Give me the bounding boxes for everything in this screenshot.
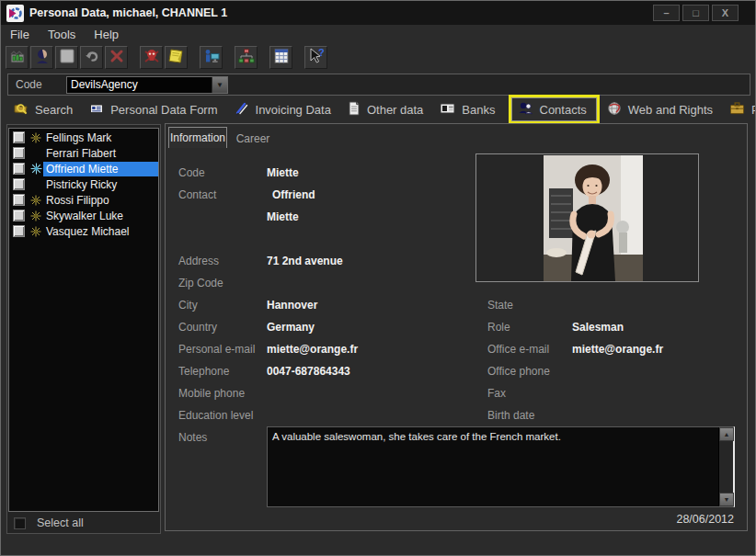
contact-name[interactable]: Fellings Mark — [43, 130, 158, 145]
window-title: Personal Data, michael, CHANNEL 1 — [29, 6, 653, 19]
row-checkbox[interactable] — [13, 194, 25, 206]
row-checkbox[interactable] — [13, 225, 25, 237]
help-pointer-icon: ? — [307, 47, 326, 68]
contact-list: Fellings Mark Ferrari Flabert Offriend M… — [8, 128, 159, 512]
telephone-label: Telephone — [178, 365, 229, 378]
list-item-selected[interactable]: Offriend Miette — [9, 161, 158, 176]
tab-career[interactable]: Career — [229, 130, 277, 148]
personal-email-label: Personal e-mail — [178, 343, 255, 356]
user-workstation-button[interactable] — [200, 46, 223, 69]
contact-name[interactable]: Offriend Miette — [43, 162, 158, 176]
undo-button[interactable] — [80, 46, 103, 69]
tab-invoicing-data[interactable]: Invoicing Data — [229, 97, 342, 122]
statistics-button[interactable] — [6, 46, 29, 69]
country-label: Country — [178, 321, 217, 334]
notes-label: Notes — [178, 431, 207, 444]
contact-name[interactable]: Skywalker Luke — [43, 209, 158, 223]
select-all-row[interactable]: Select all — [14, 516, 84, 529]
office-phone-label: Office phone — [487, 365, 550, 378]
list-item[interactable]: Fellings Mark — [9, 130, 158, 145]
notes-button[interactable] — [165, 46, 188, 69]
contact-sparkle-icon — [29, 132, 43, 143]
contact-name[interactable]: Rossi Filippo — [43, 193, 158, 208]
undo-icon — [83, 47, 101, 68]
people-icon — [518, 101, 533, 118]
tab-search[interactable]: Search — [8, 97, 84, 122]
tab-label: Banks — [462, 103, 495, 117]
telephone-value: 0047-687864343 — [267, 365, 350, 378]
row-checkbox[interactable] — [13, 178, 25, 190]
tab-web-and-rights[interactable]: Web and Rights — [601, 97, 724, 122]
menu-file[interactable]: File — [10, 28, 29, 41]
main-tab-strip: Search Personal Data Form Invoicing Data… — [8, 96, 750, 122]
context-help-button[interactable]: ? — [304, 46, 327, 69]
discard-button[interactable] — [140, 46, 163, 69]
pen-icon — [235, 101, 249, 119]
scroll-up-icon[interactable]: ▲ — [719, 427, 734, 441]
delete-button[interactable] — [105, 46, 128, 69]
fax-label: Fax — [487, 387, 506, 400]
blank-square-icon — [58, 47, 76, 68]
code-label: Code — [16, 78, 66, 91]
list-item[interactable]: Pistricky Ricky — [9, 176, 158, 192]
org-chart-icon — [237, 47, 256, 68]
tab-banks[interactable]: Banks — [434, 98, 506, 121]
chevron-down-icon[interactable]: ▼ — [212, 77, 227, 93]
select-all-checkbox[interactable] — [14, 517, 26, 529]
tab-proposal[interactable]: Proposal — [724, 97, 756, 121]
blank-button[interactable] — [55, 46, 78, 69]
contact-last-name: Offriend — [272, 188, 315, 201]
code-field-value: Miette — [267, 166, 299, 179]
tab-information[interactable]: Information — [168, 127, 227, 148]
notes-scrollbar[interactable]: ▲ ▼ — [718, 427, 733, 506]
list-item[interactable]: Rossi Filippo — [9, 192, 158, 208]
code-dropdown-value: DevilsAgency — [67, 78, 212, 91]
contact-name[interactable]: Ferrari Flabert — [43, 146, 158, 161]
mobile-label: Mobile phone — [178, 387, 245, 400]
scroll-down-icon[interactable]: ▼ — [719, 493, 734, 506]
delete-cross-icon — [108, 47, 126, 68]
contact-name[interactable]: Vasquez Michael — [43, 224, 158, 239]
tab-personal-data-form[interactable]: Personal Data Form — [84, 97, 228, 122]
list-item[interactable]: Vasquez Michael — [9, 223, 158, 239]
office-email-label: Office e-mail — [487, 343, 549, 356]
select-all-label: Select all — [37, 516, 84, 529]
row-checkbox[interactable] — [13, 163, 25, 175]
calculator-button[interactable] — [269, 46, 292, 69]
contact-name[interactable]: Pistricky Ricky — [43, 177, 158, 192]
contact-button[interactable] — [30, 46, 53, 69]
contact-first-name: Miette — [267, 210, 299, 223]
bank-card-icon — [440, 102, 455, 118]
personal-email-value: miette@orange.fr — [267, 343, 358, 356]
close-button[interactable]: X — [712, 5, 739, 21]
org-chart-button[interactable] — [235, 46, 258, 69]
row-checkbox[interactable] — [13, 147, 25, 159]
tab-label: Search — [35, 103, 73, 117]
menu-help[interactable]: Help — [94, 28, 119, 41]
contact-photo-frame — [475, 153, 699, 282]
office-email-value: miette@orange.fr — [572, 343, 663, 356]
contact-sparkle-icon — [29, 226, 43, 237]
app-logo-icon — [6, 5, 24, 22]
tab-contacts[interactable]: Contacts — [511, 97, 597, 121]
window-controls: – □ X — [653, 5, 739, 21]
contacts-tab-highlight: Contacts — [509, 95, 600, 124]
row-checkbox[interactable] — [13, 131, 25, 143]
sticky-note-icon — [167, 47, 186, 68]
notes-text: A valuable saleswoman, she takes care of… — [272, 431, 713, 442]
maximize-button[interactable]: □ — [682, 5, 709, 21]
notes-textarea[interactable]: A valuable saleswoman, she takes care of… — [267, 426, 735, 507]
minimize-button[interactable]: – — [653, 5, 680, 21]
code-dropdown[interactable]: DevilsAgency ▼ — [66, 76, 228, 94]
document-icon — [348, 101, 361, 119]
skull-icon — [143, 47, 161, 68]
row-checkbox[interactable] — [13, 210, 25, 221]
menu-bar: File Tools Help — [1, 25, 755, 43]
contact-sparkle-icon — [29, 163, 43, 175]
menu-tools[interactable]: Tools — [48, 28, 75, 41]
list-item[interactable]: Skywalker Luke — [9, 208, 158, 223]
tab-other-data[interactable]: Other data — [342, 97, 434, 122]
list-item[interactable]: Ferrari Flabert — [9, 145, 158, 161]
city-value: Hannover — [267, 299, 317, 312]
title-bar[interactable]: Personal Data, michael, CHANNEL 1 – □ X — [1, 1, 755, 25]
